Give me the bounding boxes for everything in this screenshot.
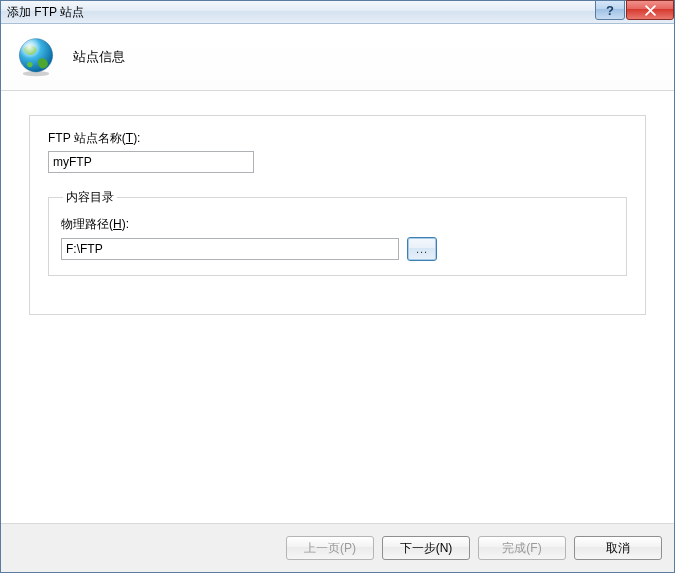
- close-button[interactable]: [626, 0, 674, 20]
- dialog-body: FTP 站点名称(T): 内容目录 物理路径(H): ...: [1, 91, 674, 523]
- close-icon: [645, 5, 656, 16]
- cancel-button[interactable]: 取消: [574, 536, 662, 560]
- help-button[interactable]: ?: [595, 0, 625, 20]
- form-frame: FTP 站点名称(T): 内容目录 物理路径(H): ...: [29, 115, 646, 315]
- finish-button: 完成(F): [478, 536, 566, 560]
- ellipsis-icon: ...: [416, 243, 428, 255]
- svg-point-2: [19, 39, 52, 72]
- browse-button[interactable]: ...: [407, 237, 437, 261]
- titlebar[interactable]: 添加 FTP 站点 ?: [1, 1, 674, 24]
- site-name-label: FTP 站点名称(T):: [48, 130, 627, 147]
- question-mark-icon: ?: [606, 3, 614, 18]
- content-directory-legend: 内容目录: [63, 189, 117, 206]
- previous-button: 上一页(P): [286, 536, 374, 560]
- physical-path-input[interactable]: [61, 238, 399, 260]
- page-heading: 站点信息: [73, 48, 125, 66]
- physical-path-label: 物理路径(H):: [61, 216, 614, 233]
- dialog-footer: 上一页(P) 下一步(N) 完成(F) 取消: [1, 523, 674, 572]
- next-button[interactable]: 下一步(N): [382, 536, 470, 560]
- window-buttons: ?: [595, 0, 674, 20]
- dialog-header: 站点信息: [1, 24, 674, 91]
- window-title: 添加 FTP 站点: [7, 4, 84, 21]
- dialog-window: 添加 FTP 站点 ?: [0, 0, 675, 573]
- site-name-input[interactable]: [48, 151, 254, 173]
- globe-icon: [15, 36, 57, 78]
- content-directory-group: 内容目录 物理路径(H): ...: [48, 189, 627, 276]
- physical-path-row: ...: [61, 237, 614, 261]
